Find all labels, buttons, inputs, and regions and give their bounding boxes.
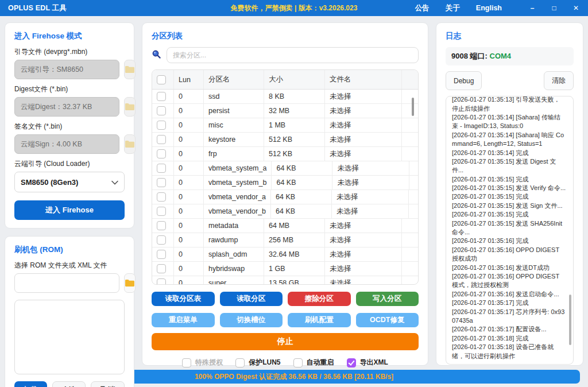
search-input[interactable] <box>167 47 419 63</box>
action-row2-2-button[interactable]: 切换槽位 <box>220 313 283 327</box>
table-row[interactable]: 0keystore512 KB未选择 <box>152 133 418 147</box>
row-checkbox[interactable] <box>157 250 166 259</box>
cell-lun: 0 <box>174 118 204 132</box>
option-checkbox-label: 特殊授权 <box>195 358 223 367</box>
row-checkbox[interactable] <box>157 121 166 130</box>
select-all-checkbox[interactable] <box>157 75 166 84</box>
cell-file: 未选择 <box>325 133 402 146</box>
close-icon[interactable]: ✕ <box>572 4 580 12</box>
row-checkbox[interactable] <box>157 235 166 245</box>
cell-size: 256 MB <box>264 233 325 247</box>
row-checkbox[interactable] <box>157 221 166 230</box>
cloud-loader-select[interactable]: SM8650 (8Gen3) <box>14 172 125 192</box>
cell-lun: 0 <box>174 276 204 285</box>
load-button[interactable]: 加载 <box>14 381 47 387</box>
rom-browse-button[interactable] <box>124 273 136 293</box>
log-panel: 日志 9008 端口: COM4 Debug 清除 [2026-01-27 01… <box>436 22 583 366</box>
debug-button[interactable]: Debug <box>446 71 482 90</box>
rom-path-input[interactable] <box>14 273 119 293</box>
row-checkbox[interactable] <box>157 135 166 144</box>
checkbox-icon[interactable] <box>293 358 303 367</box>
cell-size: 32.64 MB <box>264 247 325 261</box>
table-row[interactable]: 0super13.58 GB未选择 <box>152 276 418 285</box>
table-row[interactable]: 0persist32 MB未选择 <box>152 104 418 118</box>
cell-lun: 0 <box>174 90 204 103</box>
table-row[interactable]: 0splash_odm32.64 MB未选择 <box>152 247 418 262</box>
sign-file-input <box>14 134 119 154</box>
table-scrollbar[interactable] <box>412 98 414 116</box>
menu-announcement[interactable]: 公告 <box>415 3 430 13</box>
select-all-button[interactable]: 全选 <box>52 381 86 387</box>
table-row[interactable]: 0frp512 KB未选择 <box>152 147 418 161</box>
option-checkbox-item[interactable]: 自动重启 <box>293 358 334 367</box>
log-line: [2026-01-27 01:35:15] 完成 <box>452 210 566 219</box>
table-row[interactable]: 0vbmeta_vendor_a64 KB未选择 <box>152 190 418 204</box>
rom-file-list[interactable] <box>14 300 125 374</box>
table-row[interactable]: 0misc1 MB未选择 <box>152 118 418 133</box>
row-checkbox[interactable] <box>157 149 166 158</box>
row-checkbox[interactable] <box>157 92 166 101</box>
loader-browse-button[interactable] <box>124 60 136 79</box>
table-row[interactable]: 0rawdump256 MB未选择 <box>152 233 418 247</box>
stop-button[interactable]: 停止 <box>152 333 419 350</box>
action-row1-3-button[interactable]: 擦除分区 <box>288 292 351 306</box>
cell-name: ssd <box>204 90 264 103</box>
minimize-icon[interactable]: – <box>528 4 536 12</box>
menu-language-toggle[interactable]: English <box>476 4 502 12</box>
cell-size: 1 MB <box>264 118 325 132</box>
action-row2-4-button[interactable]: OCDT修复 <box>356 313 419 327</box>
row-checkbox[interactable] <box>157 264 166 273</box>
option-checkbox-item[interactable]: 保护LUN5 <box>235 358 280 367</box>
checkbox-icon[interactable] <box>235 358 245 367</box>
log-scrollbar[interactable] <box>569 295 571 346</box>
table-row[interactable]: 0hybridswap1 GB未选择 <box>152 262 418 276</box>
cancel-button[interactable]: 取消 <box>91 381 125 387</box>
folder-icon <box>125 103 135 111</box>
table-row[interactable]: 0ssd8 KB未选择 <box>152 90 418 104</box>
menu-about[interactable]: 关于 <box>446 3 460 13</box>
checkbox-checked-icon[interactable] <box>347 358 356 367</box>
digest-browse-button[interactable] <box>124 97 136 117</box>
cell-name: vbmeta_vendor_a <box>204 190 271 204</box>
cloud-loader-label: 云端引导 (Cloud Loader) <box>14 159 125 169</box>
row-checkbox[interactable] <box>157 178 166 187</box>
log-line: [2026-01-27 01:35:17] 完成 <box>452 299 566 307</box>
cell-size: 32 MB <box>264 104 325 118</box>
row-checkbox[interactable] <box>157 278 166 285</box>
table-row[interactable]: 0vbmeta_system_a64 KB未选择 <box>152 161 418 176</box>
log-line: [2026-01-27 01:35:15] 发送 Sign 文件... <box>452 202 566 210</box>
row-checkbox[interactable] <box>157 106 166 115</box>
log-line: [2026-01-27 01:35:15] 完成 <box>452 192 566 201</box>
table-row[interactable]: 0vbmeta_system_b64 KB未选择 <box>152 176 418 190</box>
log-output[interactable]: [2026-01-27 01:35:12] Sahara[2026-01-27 … <box>446 96 574 365</box>
table-row[interactable]: 0vbmeta_vendor_b64 KB未选择 <box>152 204 418 219</box>
option-checkbox-item[interactable]: 特殊授权 <box>182 358 223 367</box>
option-checkbox-item[interactable]: 导出XML <box>347 358 388 367</box>
action-row2-3-button[interactable]: 刷机配置 <box>288 313 351 327</box>
cell-lun: 0 <box>174 247 204 261</box>
table-body: 0ssd8 KB未选择0persist32 MB未选择0misc1 MB未选择0… <box>152 90 418 285</box>
rom-panel: 刷机包 (ROM) 选择 ROM 文件夹或 XML 文件 加载 全选 取消 <box>5 236 134 387</box>
action-row1-2-button[interactable]: 读取分区 <box>220 292 283 306</box>
action-row1-1-button[interactable]: 读取分区表 <box>152 292 215 306</box>
cell-name: frp <box>204 147 264 161</box>
row-checkbox[interactable] <box>157 192 166 202</box>
action-row2-1-button[interactable]: 重启菜单 <box>152 313 215 327</box>
cell-size: 13.58 GB <box>264 276 325 285</box>
row-checkbox[interactable] <box>157 207 166 216</box>
cell-size: 8 KB <box>264 90 325 103</box>
cell-file: 未选择 <box>332 190 409 204</box>
table-row[interactable]: 0metadata64 MB未选择 <box>152 219 418 233</box>
sign-file-label: 签名文件 (*.bin) <box>14 122 125 131</box>
col-file: 文件名 <box>325 70 402 89</box>
maximize-icon[interactable]: □ <box>550 4 558 12</box>
option-checkbox-label: 自动重启 <box>307 358 334 367</box>
cell-file: 未选择 <box>325 276 402 285</box>
sign-browse-button[interactable] <box>124 134 136 154</box>
row-checkbox[interactable] <box>157 164 166 173</box>
log-line: [2026-01-27 01:35:16] OPPO DIGEST 模式，跳过授… <box>452 272 566 290</box>
enter-firehose-button[interactable]: 进入 Firehose <box>14 200 125 220</box>
checkbox-icon[interactable] <box>182 358 191 367</box>
clear-log-button[interactable]: 清除 <box>544 71 574 90</box>
action-row1-4-button[interactable]: 写入分区 <box>356 292 419 306</box>
